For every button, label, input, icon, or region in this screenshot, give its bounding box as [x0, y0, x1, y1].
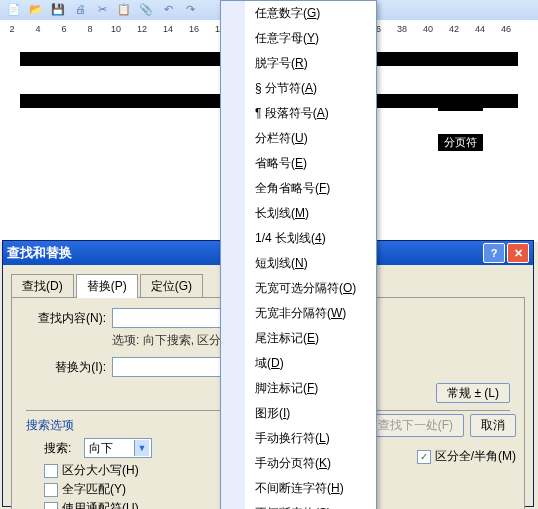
menu-item[interactable]: 无宽非分隔符(W): [221, 301, 376, 326]
menu-item[interactable]: ¶ 段落符号(A): [221, 101, 376, 126]
special-characters-menu: 任意数字(G)任意字母(Y)脱字号(R)§ 分节符(A)¶ 段落符号(A)分栏符…: [220, 0, 377, 509]
menu-item[interactable]: 手动分页符(K): [221, 451, 376, 476]
tab-replace[interactable]: 替换(P): [76, 274, 138, 298]
search-label: 搜索:: [44, 440, 84, 457]
menu-item[interactable]: 尾注标记(E): [221, 326, 376, 351]
paste-icon[interactable]: 📎: [138, 2, 154, 16]
ruler-tick: 8: [87, 24, 92, 34]
tab-goto[interactable]: 定位(G): [140, 274, 203, 298]
wildcard-label: 使用通配符(U): [62, 500, 139, 509]
ruler-tick: 44: [475, 24, 485, 34]
replace-input[interactable]: [112, 357, 224, 377]
ruler-tick: 12: [137, 24, 147, 34]
menu-item[interactable]: 全角省略号(F): [221, 176, 376, 201]
menu-item[interactable]: 不间断空格(S): [221, 501, 376, 509]
print-doc-icon[interactable]: 🖨: [72, 2, 88, 16]
ruler-tick: 46: [501, 24, 511, 34]
wildcard-checkbox[interactable]: [44, 502, 58, 510]
ruler-tick: 4: [35, 24, 40, 34]
cancel-button[interactable]: 取消: [470, 414, 516, 437]
undo-icon[interactable]: ↶: [160, 2, 176, 16]
search-direction-combo[interactable]: 向下 ▼: [84, 438, 152, 458]
ruler-tick: 40: [423, 24, 433, 34]
menu-item[interactable]: 手动换行符(L): [221, 426, 376, 451]
case-label: 区分大小写(H): [62, 462, 139, 479]
ruler-tick: 14: [163, 24, 173, 34]
tab-find[interactable]: 查找(D): [11, 274, 74, 298]
ruler-tick: 16: [189, 24, 199, 34]
menu-item[interactable]: 脱字号(R): [221, 51, 376, 76]
dialog-title: 查找和替换: [7, 244, 72, 262]
ruler-tick: 38: [397, 24, 407, 34]
close-button[interactable]: ✕: [507, 243, 529, 263]
menu-item[interactable]: 不间断连字符(H): [221, 476, 376, 501]
redo-icon[interactable]: ↷: [182, 2, 198, 16]
cut-icon[interactable]: ✂: [94, 2, 110, 16]
find-label: 查找内容(N):: [26, 310, 106, 327]
save-doc-icon[interactable]: 💾: [50, 2, 66, 16]
chevron-down-icon: ▼: [134, 440, 149, 456]
halfwidth-label: 区分全/半角(M): [435, 448, 516, 465]
whole-checkbox[interactable]: [44, 483, 58, 497]
new-doc-icon[interactable]: 📄: [6, 2, 22, 16]
help-button[interactable]: ?: [483, 243, 505, 263]
copy-icon[interactable]: 📋: [116, 2, 132, 16]
page-break-marker-2: 分页符: [438, 134, 483, 151]
ruler-tick: 10: [111, 24, 121, 34]
find-next-button[interactable]: 查找下一处(F): [367, 414, 464, 437]
menu-item[interactable]: 任意数字(G): [221, 1, 376, 26]
open-doc-icon[interactable]: 📂: [28, 2, 44, 16]
whole-label: 全字匹配(Y): [62, 481, 126, 498]
menu-item[interactable]: 图形(I): [221, 401, 376, 426]
menu-item[interactable]: 省略号(E): [221, 151, 376, 176]
menu-item[interactable]: 域(D): [221, 351, 376, 376]
menu-item[interactable]: 任意字母(Y): [221, 26, 376, 51]
replace-label: 替换为(I):: [26, 359, 106, 376]
ruler-tick: 6: [61, 24, 66, 34]
menu-item[interactable]: 短划线(N): [221, 251, 376, 276]
menu-item[interactable]: 无宽可选分隔符(O): [221, 276, 376, 301]
case-checkbox[interactable]: [44, 464, 58, 478]
halfwidth-checkbox[interactable]: ✓: [417, 450, 431, 464]
ruler-tick: 2: [9, 24, 14, 34]
ruler-tick: 42: [449, 24, 459, 34]
menu-item[interactable]: 长划线(M): [221, 201, 376, 226]
menu-item[interactable]: 1/4 长划线(4): [221, 226, 376, 251]
menu-item[interactable]: 分栏符(U): [221, 126, 376, 151]
normal-button[interactable]: 常规 ± (L): [436, 383, 510, 403]
menu-item[interactable]: § 分节符(A): [221, 76, 376, 101]
find-input[interactable]: [112, 308, 224, 328]
menu-item[interactable]: 脚注标记(F): [221, 376, 376, 401]
